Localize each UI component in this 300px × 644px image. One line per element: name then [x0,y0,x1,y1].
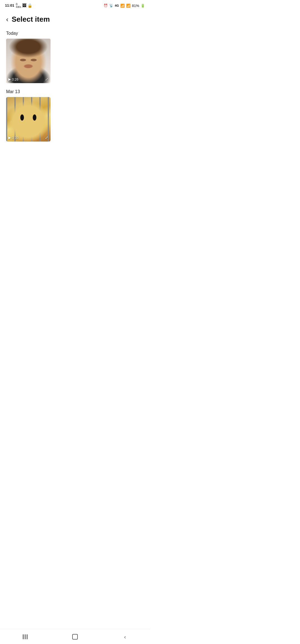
duration-badge-rick: 0:26 [8,78,18,81]
thumb-overlay-cat: 0:10 ⤢ [6,97,51,142]
expand-icon-cat[interactable]: ⤢ [45,135,48,140]
video-grid-mar13: 0:10 ⤢ [0,97,150,144]
signal-icon-1: 📶 [120,4,125,8]
battery-icon: 🔋 [141,4,145,8]
signal-icon-2: 📶 [126,4,131,8]
duration-text-cat: 0:10 [12,136,18,140]
data-speed: 0 KB/s [16,3,21,9]
battery-percent: 81% [132,4,139,8]
status-right: ⏰ 📡 4G 📶 📶 81% 🔋 [104,4,145,8]
status-left: 11:01 0 KB/s 🖼 🔒 [5,3,32,9]
duration-badge-cat: 0:10 [8,136,18,140]
alarm-icon: ⏰ [104,4,108,8]
header: ‹ Select item [0,10,150,28]
network-4g-icon: 4G [115,4,119,7]
back-button[interactable]: ‹ [6,16,8,23]
hotspot-icon: 📡 [109,4,113,8]
video-grid-today: 0:26 ⤢ [0,39,150,86]
play-icon-cat [8,137,11,139]
page-title: Select item [12,15,50,24]
expand-icon-rick[interactable]: ⤢ [45,77,48,81]
gallery-icon: 🖼 [22,3,26,8]
status-bar: 11:01 0 KB/s 🖼 🔒 ⏰ 📡 4G 📶 📶 81% 🔋 [0,0,150,10]
section-mar13: Mar 13 0:10 ⤢ [0,86,150,144]
section-label-today: Today [0,28,150,39]
video-item-cat[interactable]: 0:10 ⤢ [6,97,51,142]
status-time: 11:01 [5,3,14,8]
play-icon-rick [8,78,11,81]
section-today: Today 0:26 ⤢ [0,28,150,86]
thumb-bottom-rick: 0:26 ⤢ [6,75,51,83]
thumb-bottom-cat: 0:10 ⤢ [6,134,51,142]
video-item-rick[interactable]: 0:26 ⤢ [6,39,51,83]
thumb-overlay-rick: 0:26 ⤢ [6,39,51,83]
section-label-mar13: Mar 13 [0,86,150,97]
duration-text-rick: 0:26 [12,78,18,81]
lock-icon: 🔒 [28,3,32,8]
